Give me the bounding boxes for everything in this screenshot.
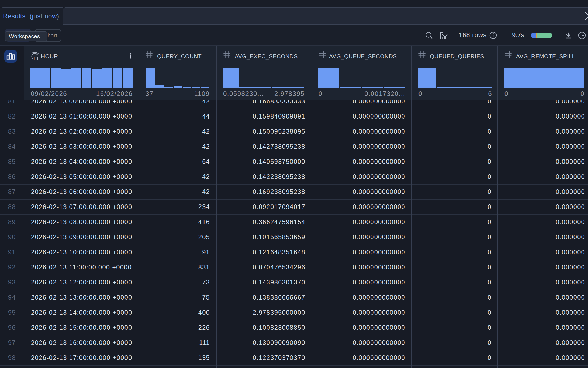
svg-text:LT: LT <box>33 55 39 61</box>
